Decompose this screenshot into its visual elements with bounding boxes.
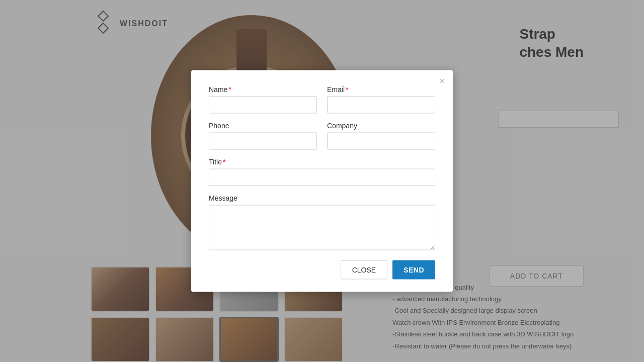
name-label: Name* [209, 85, 317, 94]
company-label: Company [327, 122, 435, 130]
company-input[interactable] [327, 133, 435, 150]
form-row-1: Name* Email* [209, 85, 435, 114]
close-button[interactable]: CLOSE [341, 260, 387, 280]
message-textarea[interactable] [209, 205, 435, 250]
modal-actions: CLOSE SEND [209, 260, 435, 280]
phone-field-group: Phone [209, 122, 317, 150]
send-button[interactable]: SEND [392, 260, 435, 280]
form-row-3: Title* [209, 158, 435, 186]
title-field-group: Title* [209, 158, 435, 186]
title-label: Title* [209, 158, 435, 166]
form-row-4: Message [209, 194, 435, 250]
name-field-group: Name* [209, 85, 317, 114]
phone-label: Phone [209, 122, 317, 130]
title-input[interactable] [209, 169, 435, 186]
phone-input[interactable] [209, 133, 317, 150]
name-input[interactable] [209, 97, 317, 114]
company-field-group: Company [327, 122, 435, 150]
form-row-2: Phone Company [209, 122, 435, 150]
message-label: Message [209, 194, 435, 202]
email-field-group: Email* [327, 85, 435, 114]
email-input[interactable] [327, 97, 435, 114]
modal-close-x-button[interactable]: × [439, 76, 445, 85]
message-field-group: Message [209, 194, 435, 250]
email-label: Email* [327, 85, 435, 94]
contact-modal: × Name* Email* Phone Company [191, 70, 453, 292]
